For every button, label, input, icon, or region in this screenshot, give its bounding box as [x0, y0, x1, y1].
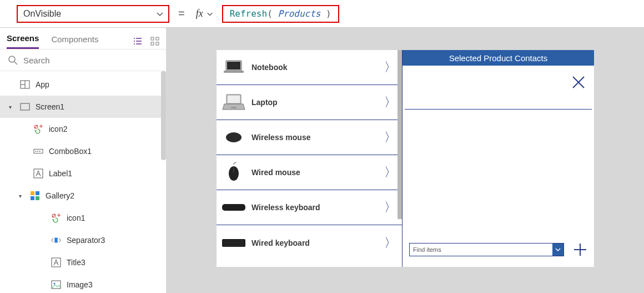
svg-rect-35	[228, 96, 240, 103]
gallery-item[interactable]: Wireless keyboard 〉	[217, 190, 402, 225]
gallery: Notebook 〉 Laptop 〉 Wireless mouse 〉	[217, 50, 402, 267]
tree-title3[interactable]: Title3	[0, 251, 166, 274]
chevron-right-icon: 〉	[384, 129, 396, 146]
chevron-down-icon	[207, 11, 213, 17]
gallery-item[interactable]: Wired mouse 〉	[217, 155, 402, 190]
svg-rect-9	[21, 103, 29, 110]
separator	[405, 109, 592, 110]
svg-rect-20	[36, 191, 39, 195]
gallery-item[interactable]: Wireless mouse 〉	[217, 120, 402, 155]
tab-screens[interactable]: Screens	[7, 33, 39, 49]
equals-label: =	[176, 7, 187, 20]
tree-combobox1-label: ComboBox1	[49, 147, 92, 156]
chevron-down-icon	[156, 10, 164, 18]
add-icon[interactable]	[573, 242, 587, 257]
gallery-item-label: Laptop	[251, 98, 379, 107]
tree-icon2-label: icon2	[49, 125, 67, 133]
search-input[interactable]	[23, 56, 158, 65]
chevron-right-icon: 〉	[384, 94, 396, 111]
svg-rect-21	[31, 196, 34, 200]
mouse-image	[221, 126, 246, 148]
tree-separator3-label: Separator3	[67, 236, 105, 245]
panel-tabs: Screens Components	[0, 28, 166, 49]
svg-rect-2	[151, 42, 154, 45]
fx-dropdown[interactable]: fx	[194, 8, 215, 19]
gallery-item-label: Wired mouse	[251, 168, 379, 177]
paren-open: (	[267, 8, 278, 19]
image-icon	[51, 280, 61, 289]
svg-point-4	[9, 56, 15, 62]
grid-view-icon[interactable]	[150, 37, 159, 46]
gallery-item[interactable]: Laptop 〉	[217, 85, 402, 120]
caret-icon: ▾	[9, 104, 14, 110]
svg-point-30	[54, 283, 56, 285]
notebook-image	[221, 56, 246, 78]
formula-bar: OnVisible = fx Refresh( Products )	[0, 0, 644, 28]
app-icon	[20, 80, 30, 90]
svg-rect-1	[156, 37, 159, 40]
label-icon	[51, 257, 61, 267]
keyboard-image	[221, 196, 246, 218]
tree-label1[interactable]: Label1	[0, 162, 166, 185]
property-name: OnVisible	[23, 9, 61, 19]
chevron-right-icon: 〉	[384, 59, 396, 76]
gallery-item-label: Wireless keyboard	[251, 203, 379, 212]
formula-input[interactable]: Refresh( Products )	[222, 5, 339, 23]
formula-ident: Products	[278, 8, 320, 19]
gallery-item[interactable]: Wired keyboard 〉	[217, 225, 402, 260]
tree-separator3[interactable]: Separator3	[0, 229, 166, 251]
svg-point-15	[36, 151, 37, 152]
combobox[interactable]: Find items	[409, 243, 564, 256]
wired-keyboard-image	[221, 232, 246, 254]
gallery-item-label: Notebook	[251, 63, 379, 72]
tab-components[interactable]: Components	[51, 34, 98, 48]
list-view-icon[interactable]	[133, 37, 143, 46]
tree-gallery2[interactable]: ▾ Gallery2	[0, 185, 166, 207]
combobox-placeholder: Find items	[413, 246, 441, 253]
chevron-right-icon: 〉	[384, 199, 396, 216]
reload-icon	[51, 213, 61, 223]
chevron-right-icon: 〉	[384, 164, 396, 181]
close-icon[interactable]	[571, 75, 586, 90]
paren-close: )	[320, 8, 331, 19]
scrollbar[interactable]	[161, 71, 166, 160]
tree-screen1[interactable]: ▾ Screen1	[0, 96, 166, 118]
app-screen: Notebook 〉 Laptop 〉 Wireless mouse 〉	[217, 50, 594, 267]
svg-rect-36	[231, 107, 237, 108]
svg-line-5	[14, 62, 17, 64]
tree-gallery2-label: Gallery2	[46, 191, 74, 200]
tree-title3-label: Title3	[67, 258, 85, 267]
svg-rect-3	[156, 42, 159, 45]
detail-header: Selected Product Contacts	[402, 50, 594, 66]
gallery-item-label: Wireless mouse	[251, 133, 379, 142]
left-panel: Screens Components	[0, 28, 167, 293]
detail-pane: Selected Product Contacts Find items	[402, 50, 594, 267]
scrollbar[interactable]	[398, 50, 402, 219]
svg-rect-0	[151, 37, 154, 40]
tree-combobox1[interactable]: ComboBox1	[0, 140, 166, 162]
svg-rect-32	[227, 62, 240, 69]
detail-footer: Find items	[402, 237, 594, 267]
tree-icon1[interactable]: icon1	[0, 207, 166, 229]
chevron-right-icon: 〉	[384, 235, 396, 251]
tree-icon1-label: icon1	[67, 213, 85, 222]
tree-app[interactable]: App	[0, 73, 166, 96]
canvas: Notebook 〉 Laptop 〉 Wireless mouse 〉	[167, 28, 644, 293]
tree-image3-label: Image3	[67, 280, 93, 289]
wired-mouse-image	[221, 161, 246, 183]
gallery-item[interactable]: Notebook 〉	[217, 50, 402, 85]
svg-point-16	[37, 151, 38, 152]
tree-view: App ▾ Screen1 icon2 ComboBox1	[0, 71, 166, 293]
search-row	[0, 49, 166, 71]
separator-icon	[51, 236, 61, 244]
property-dropdown[interactable]: OnVisible	[17, 5, 169, 23]
tree-label1-label: Label1	[49, 169, 72, 178]
tree-icon2[interactable]: icon2	[0, 118, 166, 140]
tree-image3[interactable]: Image3	[0, 274, 166, 293]
gallery-item-label: Wired keyboard	[251, 239, 379, 247]
combobox-icon	[33, 147, 43, 155]
gallery-icon	[30, 191, 40, 201]
svg-rect-33	[224, 71, 244, 73]
svg-rect-22	[36, 196, 39, 200]
svg-rect-19	[31, 191, 34, 195]
